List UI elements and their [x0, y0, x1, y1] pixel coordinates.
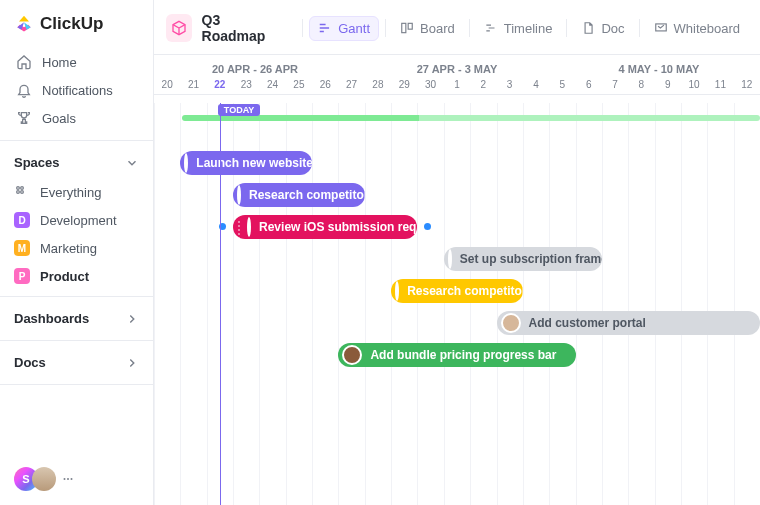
- nav-notifications[interactable]: Notifications: [8, 76, 145, 104]
- bell-icon: [16, 82, 32, 98]
- week-headers: 20 APR - 26 APR27 APR - 3 MAY4 MAY - 10 …: [154, 55, 760, 77]
- task-bar[interactable]: Research competitors: [391, 279, 523, 303]
- day-header: 20: [154, 77, 180, 94]
- dashboards-header[interactable]: Dashboards: [0, 303, 153, 334]
- day-header: 29: [391, 77, 417, 94]
- assignee-avatar: [395, 281, 399, 301]
- task-bar[interactable]: Add bundle pricing progress bar: [338, 343, 575, 367]
- tab-doc[interactable]: Doc: [573, 17, 632, 40]
- home-icon: [16, 54, 32, 70]
- svg-point-0: [17, 187, 20, 190]
- gantt-row: Add customer portal: [154, 311, 760, 339]
- space-product[interactable]: P Product: [0, 262, 153, 290]
- doc-icon: [581, 21, 595, 35]
- space-marketing[interactable]: M Marketing: [0, 234, 153, 262]
- task-bar[interactable]: Research competitors: [233, 183, 365, 207]
- brand-name: ClickUp: [40, 14, 103, 34]
- space-dev-badge: D: [14, 212, 30, 228]
- day-header: 3: [496, 77, 522, 94]
- svg-point-3: [21, 191, 24, 194]
- space-mkt-badge: M: [14, 240, 30, 256]
- day-headers: 2021222324252627282930123456789101112: [154, 77, 760, 95]
- spaces-header[interactable]: Spaces: [0, 147, 153, 178]
- day-header: 25: [286, 77, 312, 94]
- user-avatar-2[interactable]: [32, 467, 56, 491]
- dependency-dot[interactable]: [424, 223, 431, 230]
- tab-gantt[interactable]: Gantt: [309, 16, 379, 41]
- tab-separator: [469, 19, 470, 37]
- tab-separator: [639, 19, 640, 37]
- tab-whiteboard[interactable]: Whiteboard: [646, 17, 748, 40]
- whiteboard-icon: [654, 21, 668, 35]
- nav-home-label: Home: [42, 55, 77, 70]
- assignee-avatar: [342, 345, 362, 365]
- milestone-progress: [182, 115, 760, 121]
- day-header: 1: [444, 77, 470, 94]
- day-header: 9: [655, 77, 681, 94]
- brand-logo[interactable]: ClickUp: [0, 0, 153, 46]
- gantt-bars: Launch new websiteResearch competitorsRe…: [154, 151, 760, 505]
- day-header: 12: [734, 77, 760, 94]
- task-bar[interactable]: Set up subscription framework: [444, 247, 602, 271]
- docs-label: Docs: [14, 355, 46, 370]
- task-label: Review iOS submission requirements: [259, 220, 417, 234]
- space-everything-label: Everything: [40, 185, 101, 200]
- tab-timeline[interactable]: Timeline: [476, 17, 561, 40]
- dependency-dot[interactable]: [219, 223, 226, 230]
- header: Q3 Roadmap Gantt Board Timeline: [154, 0, 760, 54]
- week-header: 4 MAY - 10 MAY: [558, 55, 760, 77]
- assignee-avatar: [247, 217, 251, 237]
- nav-goals[interactable]: Goals: [8, 104, 145, 132]
- drag-handle-icon[interactable]: [237, 220, 241, 234]
- day-header: 28: [365, 77, 391, 94]
- task-label: Add bundle pricing progress bar: [370, 348, 556, 362]
- page-title: Q3 Roadmap: [202, 12, 281, 44]
- day-header: 24: [259, 77, 285, 94]
- day-header: 23: [233, 77, 259, 94]
- gantt-row: Set up subscription framework: [154, 247, 760, 275]
- space-marketing-label: Marketing: [40, 241, 97, 256]
- task-label: Research competitors: [249, 188, 365, 202]
- day-header: 8: [628, 77, 654, 94]
- gantt-view[interactable]: 20 APR - 26 APR27 APR - 3 MAY4 MAY - 10 …: [154, 54, 760, 505]
- task-label: Research competitors: [407, 284, 523, 298]
- day-header: 26: [312, 77, 338, 94]
- space-everything[interactable]: Everything: [0, 178, 153, 206]
- nav-home[interactable]: Home: [8, 48, 145, 76]
- day-header: 5: [549, 77, 575, 94]
- gantt-row: Launch new website: [154, 151, 760, 179]
- tab-board[interactable]: Board: [392, 17, 463, 40]
- day-header: 10: [681, 77, 707, 94]
- view-tabs: Gantt Board Timeline Doc: [298, 16, 748, 41]
- task-bar[interactable]: Review iOS submission requirements: [233, 215, 417, 239]
- assignee-avatar: [448, 249, 452, 269]
- divider: [0, 384, 153, 385]
- space-development[interactable]: D Development: [0, 206, 153, 234]
- clickup-logo-icon: [14, 14, 34, 34]
- day-header: 27: [338, 77, 364, 94]
- docs-header[interactable]: Docs: [0, 347, 153, 378]
- nav-notifications-label: Notifications: [42, 83, 113, 98]
- day-header: 30: [417, 77, 443, 94]
- svg-point-5: [67, 478, 69, 480]
- task-bar[interactable]: Launch new website: [180, 151, 312, 175]
- main: Q3 Roadmap Gantt Board Timeline: [154, 0, 760, 505]
- day-header: 11: [707, 77, 733, 94]
- day-header: 6: [576, 77, 602, 94]
- tab-board-label: Board: [420, 21, 455, 36]
- day-header: 7: [602, 77, 628, 94]
- tab-separator: [385, 19, 386, 37]
- tab-doc-label: Doc: [601, 21, 624, 36]
- svg-point-6: [71, 478, 73, 480]
- svg-point-1: [21, 187, 24, 190]
- assignee-avatar: [501, 313, 521, 333]
- chevron-right-icon: [125, 356, 139, 370]
- task-bar[interactable]: Add customer portal: [497, 311, 760, 335]
- footer-menu-icon[interactable]: [62, 473, 74, 485]
- sidebar: ClickUp Home Notifications Goals Spaces …: [0, 0, 154, 505]
- assignee-avatar: [237, 185, 241, 205]
- timeline-icon: [484, 21, 498, 35]
- project-icon: [166, 14, 192, 42]
- tab-gantt-label: Gantt: [338, 21, 370, 36]
- divider: [0, 340, 153, 341]
